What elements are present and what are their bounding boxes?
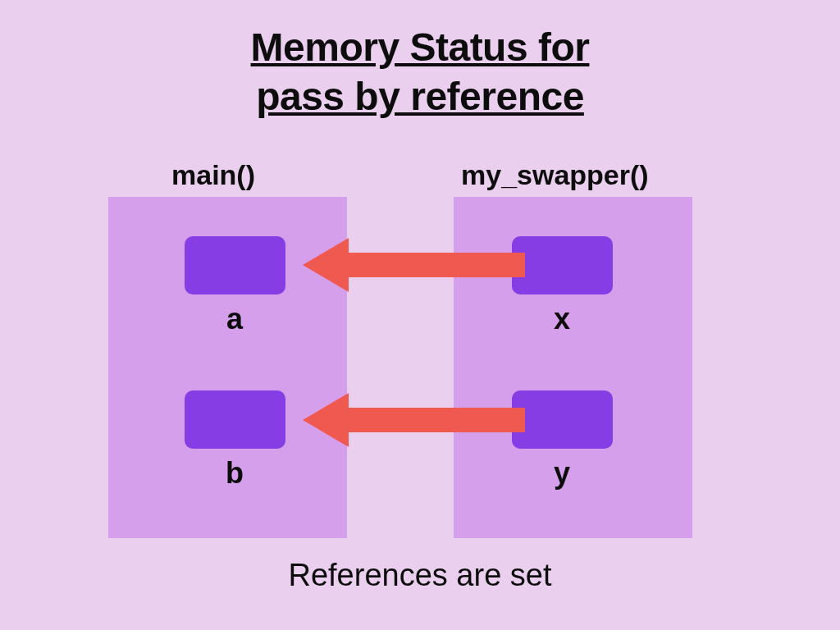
diagram-caption: References are set [0, 558, 840, 593]
var-label-y: y [546, 456, 578, 491]
memory-cell-y [512, 390, 613, 449]
var-label-x: x [546, 302, 578, 336]
var-label-a: a [218, 302, 251, 336]
function-label-main: main() [171, 159, 255, 191]
svg-marker-0 [303, 238, 525, 292]
reference-arrow-y-to-b [303, 393, 525, 447]
reference-arrow-x-to-a [303, 238, 525, 292]
function-label-my-swapper: my_swapper() [461, 159, 649, 191]
memory-cell-b [185, 390, 285, 449]
title-line-1: Memory Status for [251, 25, 590, 69]
var-label-b: b [218, 456, 251, 491]
diagram-title: Memory Status for pass by reference [0, 0, 840, 121]
memory-cell-x [512, 236, 613, 294]
memory-cell-a [185, 236, 285, 294]
svg-marker-1 [303, 393, 525, 447]
title-line-2: pass by reference [256, 75, 584, 118]
